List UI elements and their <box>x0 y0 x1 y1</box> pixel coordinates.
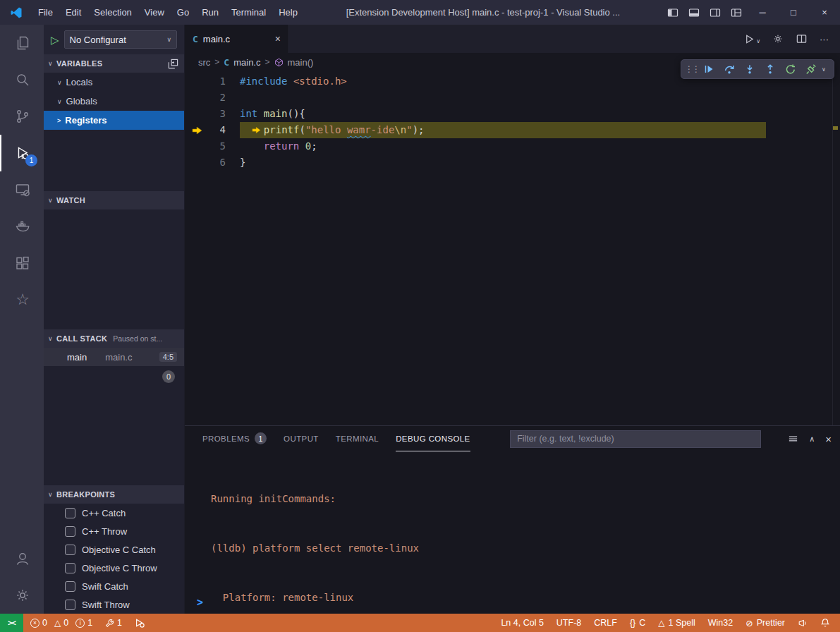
activity-favorites[interactable]: ☆ <box>0 281 44 318</box>
language-indicator[interactable]: {} C <box>630 618 645 628</box>
tab-debug-console[interactable]: DEBUG CONSOLE <box>396 426 470 451</box>
code-line-5[interactable]: 5 return 0; <box>185 138 840 154</box>
menu-edit[interactable]: Edit <box>59 7 87 18</box>
variables-item-registers[interactable]: > Registers <box>44 111 184 130</box>
start-debug-icon[interactable]: ▷ <box>51 35 59 45</box>
breadcrumb-symbol[interactable]: main() <box>288 57 314 68</box>
variables-section-header[interactable]: ∨ VARIABLES <box>44 54 184 73</box>
activity-run-debug[interactable]: 1 <box>0 135 44 171</box>
code-text[interactable]: return 0; <box>240 138 840 154</box>
activity-search[interactable] <box>0 61 44 98</box>
toggle-panel-icon[interactable] <box>683 0 705 25</box>
toggle-sidebar-icon[interactable] <box>662 0 683 25</box>
code-line-6[interactable]: 6 } <box>185 154 840 171</box>
cursor-position[interactable]: Ln 4, Col 5 <box>501 618 543 628</box>
tab-output[interactable]: OUTPUT <box>284 426 319 451</box>
debug-status[interactable] <box>135 618 145 628</box>
code-text[interactable]: int main(){ <box>240 106 840 122</box>
checkbox[interactable] <box>65 526 75 537</box>
breakpoint-cpp-throw[interactable]: C++ Throw <box>44 522 184 540</box>
encoding-indicator[interactable]: UTF-8 <box>556 618 581 628</box>
breakpoint-swift-throw[interactable]: Swift Throw <box>44 595 184 614</box>
activity-settings[interactable] <box>0 577 44 614</box>
infos-status[interactable]: i 1 <box>75 618 92 628</box>
menu-selection[interactable]: Selection <box>87 7 138 18</box>
notifications-status[interactable] <box>820 618 830 628</box>
current-statement-arrow-icon[interactable] <box>185 122 209 138</box>
disconnect-button[interactable] <box>801 61 820 78</box>
checkbox[interactable] <box>65 563 75 573</box>
menu-run[interactable]: Run <box>195 7 225 18</box>
announcement-status[interactable] <box>798 618 808 628</box>
maximize-panel-icon[interactable]: ∧ <box>809 435 815 444</box>
toggle-secondary-sidebar-icon[interactable] <box>705 0 726 25</box>
remote-indicator[interactable]: >< <box>0 614 23 632</box>
formatter-indicator[interactable]: ⊘ Prettier <box>745 618 785 628</box>
tab-close-icon[interactable]: × <box>275 33 281 44</box>
breakpoint-cpp-catch[interactable]: C++ Catch <box>44 504 184 522</box>
checkbox[interactable] <box>65 508 75 518</box>
launch-config-select[interactable]: No Configurat ∨ <box>64 30 177 49</box>
activity-source-control[interactable] <box>0 98 44 135</box>
activity-extensions[interactable] <box>0 245 44 281</box>
close-panel-icon[interactable]: × <box>825 433 832 445</box>
activity-docker[interactable] <box>0 208 44 245</box>
toolchain-status[interactable]: 1 <box>105 618 122 628</box>
activity-accounts[interactable] <box>0 540 44 577</box>
gutter-glyph[interactable] <box>185 106 209 122</box>
code-line-2[interactable]: 2 <box>185 90 840 106</box>
stack-frame-row[interactable]: main main.c 4:5 <box>44 348 184 366</box>
breakpoint-swift-catch[interactable]: Swift Catch <box>44 577 184 595</box>
more-actions-icon[interactable]: ··· <box>820 34 829 44</box>
tab-terminal[interactable]: TERMINAL <box>336 426 379 451</box>
spell-checker-status[interactable]: △ 1 Spell <box>658 618 695 628</box>
code-text[interactable] <box>240 90 840 106</box>
checkbox[interactable] <box>65 545 75 555</box>
maximize-button[interactable]: □ <box>778 0 809 25</box>
breakpoint-objc-throw[interactable]: Objective C Throw <box>44 559 184 577</box>
code-line-4-current[interactable]: 4 printf("hello wamr-ide\n"); <box>185 122 840 138</box>
continue-button[interactable] <box>699 61 718 78</box>
split-editor-icon[interactable] <box>796 33 808 45</box>
drag-handle-icon[interactable]: ⋮⋮ <box>685 64 698 74</box>
variables-item-globals[interactable]: ∨ Globals <box>44 92 184 111</box>
gutter-glyph[interactable] <box>185 138 209 154</box>
menu-help[interactable]: Help <box>272 7 304 18</box>
errors-status[interactable]: × 0 <box>30 618 47 628</box>
checkbox[interactable] <box>65 581 75 592</box>
overview-ruler[interactable] <box>832 71 833 425</box>
gutter-glyph[interactable] <box>185 73 209 90</box>
console-filter-input[interactable] <box>510 430 761 448</box>
watch-section-header[interactable]: ∨ WATCH <box>44 191 184 209</box>
run-or-debug-button[interactable]: ∨ <box>744 34 760 44</box>
checkbox[interactable] <box>65 600 75 610</box>
code-line-3[interactable]: 3 int main(){ <box>185 106 840 122</box>
breadcrumb-folder[interactable]: src <box>198 57 210 68</box>
gutter-glyph[interactable] <box>185 154 209 171</box>
console-options-icon[interactable] <box>788 434 798 444</box>
callstack-section-header[interactable]: ∨ CALL STACK Paused on st... <box>44 329 184 348</box>
menu-terminal[interactable]: Terminal <box>225 7 272 18</box>
code-editor[interactable]: 1 #include <stdio.h> 2 3 int main(){ 4 <box>185 71 840 425</box>
variables-item-locals[interactable]: ∨ Locals <box>44 73 184 92</box>
step-out-button[interactable] <box>760 61 779 78</box>
activity-remote-explorer[interactable] <box>0 171 44 208</box>
warnings-status[interactable]: △ 0 <box>54 618 68 628</box>
tab-main-c[interactable]: C main.c × <box>185 25 289 53</box>
tab-problems[interactable]: PROBLEMS 1 <box>202 426 267 451</box>
breadcrumb-file[interactable]: main.c <box>233 57 260 68</box>
breakpoint-objc-catch[interactable]: Objective C Catch <box>44 540 184 559</box>
restart-button[interactable] <box>781 61 800 78</box>
gear-icon[interactable] <box>772 33 784 44</box>
step-into-button[interactable] <box>740 61 759 78</box>
console-prompt-icon[interactable]: > <box>197 596 203 609</box>
code-text[interactable]: } <box>240 154 840 171</box>
step-over-button[interactable] <box>719 61 738 78</box>
code-text[interactable]: printf("hello wamr-ide\n"); <box>240 122 840 138</box>
eol-indicator[interactable]: CRLF <box>594 618 617 628</box>
minimize-button[interactable]: ─ <box>747 0 778 25</box>
breakpoints-section-header[interactable]: ∨ BREAKPOINTS <box>44 485 184 504</box>
gutter-glyph[interactable] <box>185 90 209 106</box>
platform-indicator[interactable]: Win32 <box>708 618 733 628</box>
menu-view[interactable]: View <box>138 7 171 18</box>
